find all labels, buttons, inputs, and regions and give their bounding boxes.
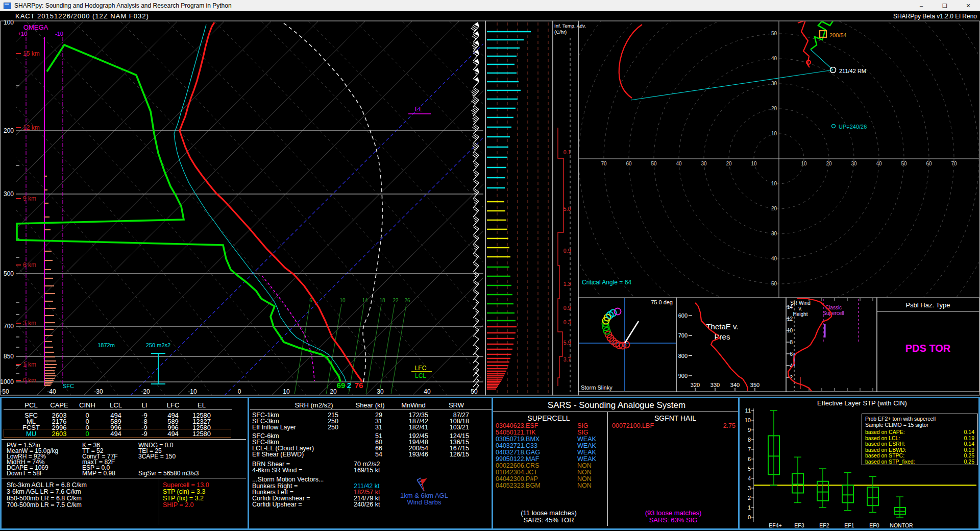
sars-sig-probability: SARS: 63% SIG: [649, 517, 698, 523]
hodograph-trace-low: [619, 25, 642, 98]
kinematics-extra-label: 4-6km SR Wind =: [252, 467, 302, 474]
temp-label: -20: [141, 388, 150, 395]
parcel-trace: [278, 20, 382, 382]
parcel-table-header: EL: [198, 402, 206, 408]
stp-axis-label: 4: [748, 476, 751, 481]
dry-adiabat-line: [0, 21, 118, 396]
stp-legend-value: 0.19: [964, 436, 974, 441]
thermo-stat: SigSvr = 56580 m3/s3: [138, 470, 199, 476]
hodograph-ring: [554, 20, 980, 384]
svg-text:70: 70: [951, 161, 957, 166]
stp-legend-text: based on EBWD:: [865, 447, 906, 453]
sounding-id: KACT 20151226/2000 (12Z NAM F032): [15, 12, 149, 20]
advection-value: 5.0: [564, 206, 571, 212]
lapse-rate-stat: 700-500mb LR = 7.5 C/km: [7, 502, 82, 509]
temp-advection-panel: Inf. Temp. Adv. (C/hr) 0.15.00.91.30.90.…: [554, 23, 586, 392]
parcel-table-header: LI: [142, 402, 148, 408]
stp-axis-label: 1: [748, 505, 751, 511]
temp-label: -40: [47, 388, 56, 395]
stp-axis-label: 9: [748, 427, 751, 433]
close-button[interactable]: ✕: [957, 0, 980, 11]
slinky-ring: [615, 308, 621, 315]
right-mover-label: 211/42 RM: [839, 68, 866, 74]
thetae-temp-label: 320: [691, 382, 700, 388]
sars-match-category: NON: [577, 482, 592, 489]
wind-barb: [473, 281, 479, 291]
kinematics-row-label: Eff Shear (EBWD): [252, 451, 304, 458]
separator-line: [159, 478, 159, 525]
sfc-temp-value: 76: [355, 381, 363, 390]
mixing-ratio-label: 22: [393, 298, 399, 303]
shear-value: 31: [375, 424, 382, 431]
dry-adiabat-line: [214, 21, 541, 396]
sars-match-category: NON: [577, 476, 592, 482]
separator-line: [4, 409, 232, 409]
advection-value: 0.3: [564, 319, 571, 325]
stats-section: Prob EF2+ torn with supercellSample CLIM…: [0, 397, 980, 530]
thermo-stat: 3CAPE = 150: [138, 453, 176, 460]
isotherm-line: [130, 21, 506, 396]
wind-barb: [473, 253, 479, 263]
sars-match-id: 04032721.C33: [496, 443, 537, 449]
maximize-button[interactable]: ❏: [933, 0, 957, 11]
svg-text:20: 20: [726, 161, 732, 166]
height-km-label: 12 km: [23, 124, 40, 131]
composite-index: STP (cin) = 3.3: [163, 489, 205, 495]
stp-axis-label: 8: [748, 437, 751, 443]
separator-line: [2, 439, 246, 440]
minimize-button[interactable]: –: [910, 0, 933, 11]
parcel-table-header: CINH: [79, 402, 95, 408]
advection-value: 5.9: [564, 340, 571, 346]
sars-match-id: 54050121.TIK: [496, 429, 536, 436]
wind-barb: [473, 78, 479, 88]
thetae-temp-label: 330: [710, 382, 720, 388]
stp-category-label: EF0: [869, 523, 879, 528]
svg-text:50: 50: [771, 281, 777, 286]
sars-match-category: WEAK: [577, 449, 596, 456]
parcel-table-header: LCL: [110, 402, 122, 408]
divider: [738, 398, 740, 528]
sars-match-category: SIG: [577, 429, 589, 436]
temp-label: 10: [283, 388, 290, 395]
barb-caption: Wind Barbs: [407, 499, 441, 505]
inflow-srh-label: 250 m2s2: [146, 342, 170, 348]
srwind-title-2: v.: [798, 306, 802, 311]
dry-adiabat-line: [355, 21, 682, 396]
sars-match-id: 04042300.P#P: [496, 476, 538, 482]
svg-text:30: 30: [851, 161, 857, 166]
mixing-ratio-label: 18: [379, 298, 385, 303]
thetae-pressure-label: 700: [678, 332, 688, 339]
stp-category-label: NONTOR: [890, 523, 913, 528]
dewpoint-trace: [17, 45, 340, 382]
isotherm-line: [412, 21, 788, 396]
sars-match-category: SIG: [577, 423, 589, 429]
thetae-temp-label: 350: [750, 382, 760, 388]
stp-axis-label: 11: [745, 408, 751, 414]
stp-category-label: EF1: [844, 523, 854, 528]
svg-text:10: 10: [771, 131, 777, 136]
sars-match-category: NON: [577, 463, 592, 469]
svg-text:60: 60: [926, 161, 932, 166]
isotherm-line: [0, 21, 130, 396]
wind-barb: [473, 161, 479, 171]
classic-supercell-label-2: Supercell: [823, 310, 844, 316]
stp-axis-label: 0: [748, 515, 751, 520]
stp-category-label: EF2: [819, 523, 829, 528]
parcel-table-header: LFC: [167, 402, 180, 408]
srw-value: 103/21: [450, 424, 469, 431]
thetae-panel: 600700800900320330340350 ThetaE v. Pres: [678, 303, 760, 391]
advection-value: 1.3: [564, 281, 571, 287]
temperature-trace: [180, 22, 362, 382]
lapse-rate-stat: Sfc-3km AGL LR = 6.8 C/km: [7, 482, 87, 489]
separator-line: [2, 478, 246, 478]
srh-value: 250: [328, 424, 338, 431]
wind-barb: [473, 299, 479, 309]
omega-plus-label: +10: [18, 31, 28, 37]
sars-title: SARS - Sounding Analogue System: [548, 401, 685, 409]
parcel-table-header: PCL: [24, 402, 37, 408]
stp-axis-label: 6: [748, 456, 751, 462]
thetae-pressure-label: 600: [678, 312, 688, 319]
mixing-ratio-label: 10: [339, 298, 346, 303]
svg-text:30: 30: [771, 81, 777, 86]
critical-angle-line-2: [811, 50, 833, 70]
